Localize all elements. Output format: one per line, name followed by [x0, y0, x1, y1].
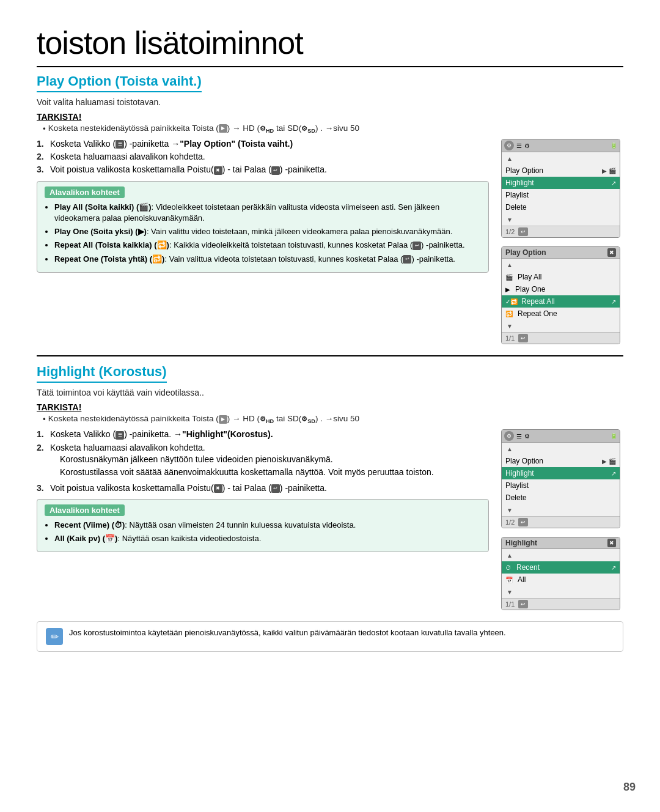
- widget4-up-arrow: ▲: [502, 549, 620, 561]
- s2-step3-item: 3. Voit poistua valikosta koskettamalla …: [37, 483, 489, 493]
- page-number: 89: [623, 781, 636, 794]
- widget3-row-highlight: Highlight ↗: [502, 467, 620, 479]
- highlight-widget1: ⚙ ☰ ⚙ 🔋 ▲ Play Option ▶ 🎬 Highlight ↗: [501, 429, 620, 528]
- widget2-header: Play Option ✖: [502, 247, 620, 259]
- section1-subtitle: Voit valita haluamasi toistotavan.: [37, 97, 623, 107]
- back-button2[interactable]: ↩: [518, 334, 528, 342]
- widget4-footer: 1/1 ↩: [502, 598, 620, 610]
- widget1-down-arrow: ▼: [502, 213, 620, 226]
- back-button3[interactable]: ↩: [518, 518, 528, 526]
- widget4-body: ▲ ⏱ Recent ↗ 📅 All ▼: [502, 549, 620, 598]
- widget3-down-arrow: ▼: [502, 504, 620, 516]
- widget3-row-playlist: Playlist: [502, 479, 620, 492]
- widget2-row-playall: 🎬 Play All: [502, 271, 620, 283]
- section2-widgets: ⚙ ☰ ⚙ 🔋 ▲ Play Option ▶ 🎬 Highlight ↗: [501, 429, 623, 610]
- widget2-down-arrow: ▼: [502, 320, 620, 332]
- s2-step2-item: 2. Kosketa haluamaasi alavalikon kohdett…: [37, 443, 489, 480]
- alavalikon-item: Repeat All (Toista kaikkia) (🔁): Kaikkia…: [54, 240, 481, 251]
- section2-note: • Kosketa nestekidenäytössä painikkeita …: [43, 414, 623, 424]
- section2-subtitle: Tätä toimintoa voi käyttää vain videotil…: [37, 388, 623, 397]
- note-text: Jos korostustoimintoa käytetään pienoisk…: [69, 628, 506, 637]
- alavalikon-item: Play One (Soita yksi) (▶): Vain valittu …: [54, 226, 481, 237]
- battery-icon: 🔋: [610, 142, 617, 149]
- widget3-header: ⚙ ☰ ⚙ 🔋: [502, 430, 620, 443]
- play-option-widget1: ⚙ ☰ ⚙ 🔋 ▲ Play Option ▶ 🎬 Highlight ↗: [501, 139, 620, 238]
- highlight-widget2: Highlight ✖ ▲ ⏱ Recent ↗ 📅 All ▼: [501, 537, 620, 610]
- widget2-up-arrow: ▲: [502, 259, 620, 271]
- widget3-row-playoption: Play Option ▶ 🎬: [502, 455, 620, 467]
- widget2-row-repeatone: 🔂 Repeat One: [502, 308, 620, 320]
- section2-tarkista: TARKISTA!: [37, 402, 623, 412]
- widget4-row-recent: ⏱ Recent ↗: [502, 561, 620, 574]
- close-button[interactable]: ✖: [607, 248, 616, 257]
- widget4-header: Highlight ✖: [502, 537, 620, 549]
- section1-widgets: ⚙ ☰ ⚙ 🔋 ▲ Play Option ▶ 🎬 Highlight ↗: [501, 139, 623, 344]
- page-title: toiston lisätoiminnot: [37, 24, 623, 67]
- widget2-row-playone: ▶ Play One: [502, 283, 620, 295]
- section1-tarkista: TARKISTA!: [37, 112, 623, 122]
- widget3-up-arrow: ▲: [502, 443, 620, 455]
- widget4-down-arrow: ▼: [502, 586, 620, 598]
- widget4-row-all: 📅 All: [502, 574, 620, 586]
- section1-title: Play Option (Toista vaiht.): [37, 73, 202, 92]
- section2-alavalikon-box: Alavalikon kohteet Recent (Viime) (⏱): N…: [37, 499, 489, 552]
- widget2-body: ▲ 🎬 Play All ▶ Play One ✓🔁 Repeat All ↗ …: [502, 259, 620, 332]
- header-settings-icon: ⚙: [524, 142, 530, 149]
- widget3-body: ▲ Play Option ▶ 🎬 Highlight ↗ Playlist D…: [502, 443, 620, 516]
- step1-item: 1. Kosketa Valikko (☰) -painiketta →"Pla…: [37, 139, 489, 149]
- gear-icon: ⚙: [504, 141, 514, 150]
- header-settings-icon2: ⚙: [524, 433, 530, 440]
- widget3-footer: 1/2 ↩: [502, 516, 620, 528]
- widget2-footer: 1/1 ↩: [502, 332, 620, 344]
- section1-text: 1. Kosketa Valikko (☰) -painiketta →"Pla…: [37, 139, 489, 276]
- widget1-row-delete: Delete: [502, 201, 620, 213]
- step3-item: 3. Voit poistua valikosta koskettamalla …: [37, 164, 489, 174]
- widget1-footer: 1/2 ↩: [502, 226, 620, 237]
- back-button[interactable]: ↩: [518, 227, 528, 236]
- step2-item: 2. Kosketa haluamaasi alavalikon kohdett…: [37, 152, 489, 161]
- section1-alavalikon-box: Alavalikon kohteet Play All (Soita kaikk…: [37, 181, 489, 273]
- s2-step1-item: 1. Kosketa Valikko (☰) -painiketta. →"Hi…: [37, 429, 489, 439]
- widget1-header: ⚙ ☰ ⚙ 🔋: [502, 139, 620, 152]
- section2-alavalikon-title: Alavalikon kohteet: [45, 504, 125, 516]
- header-menu-icon2: ☰: [516, 433, 522, 440]
- section2-text: 1. Kosketa Valikko (☰) -painiketta. →"Hi…: [37, 429, 489, 556]
- s2-sub2: Korostustilassa voit säätää äänenvoimakk…: [60, 467, 489, 477]
- widget3-row-delete: Delete: [502, 492, 620, 504]
- section1-layout: 1. Kosketa Valikko (☰) -painiketta →"Pla…: [37, 139, 623, 344]
- close-button4[interactable]: ✖: [607, 539, 616, 547]
- play-option-widget2: Play Option ✖ ▲ 🎬 Play All ▶ Play One ✓🔁…: [501, 246, 620, 344]
- back-button4[interactable]: ↩: [518, 600, 528, 608]
- note-box: ✏ Jos korostustoimintoa käytetään pienoi…: [37, 621, 623, 652]
- widget2-row-repeatall: ✓🔁 Repeat All ↗: [502, 295, 620, 308]
- header-menu-icon: ☰: [516, 142, 522, 149]
- section1-note: • Kosketa nestekidenäytössä painikkeita …: [43, 124, 623, 134]
- widget1-body: ▲ Play Option ▶ 🎬 Highlight ↗ Playlist D…: [502, 152, 620, 226]
- gear-icon2: ⚙: [504, 431, 514, 441]
- alavalikon-item: Repeat One (Toista yhtä) (🔂): Vain valit…: [54, 254, 481, 265]
- note-icon: ✏: [46, 628, 63, 645]
- widget1-row-playlist: Playlist: [502, 189, 620, 201]
- section2-title: Highlight (Korostus): [37, 364, 167, 383]
- s2-sub1: Korostusnäkymän jälkeen näyttöön tulee v…: [60, 454, 489, 464]
- widget1-row-highlight: Highlight ↗: [502, 177, 620, 189]
- widget1-up-arrow: ▲: [502, 152, 620, 164]
- widget1-row-playoption: Play Option ▶ 🎬: [502, 164, 620, 177]
- section1-alavalikon-title: Alavalikon kohteet: [45, 186, 125, 198]
- s2-alavalikon-item: All (Kaik pv) (📅): Näyttää osan kaikista…: [54, 533, 481, 544]
- alavalikon-item: Play All (Soita kaikki) (🎬): Videoleikke…: [54, 202, 481, 224]
- battery-icon2: 🔋: [610, 433, 617, 439]
- section2-layout: 1. Kosketa Valikko (☰) -painiketta. →"Hi…: [37, 429, 623, 610]
- section-divider: [37, 355, 623, 356]
- s2-alavalikon-item: Recent (Viime) (⏱): Näyttää osan viimeis…: [54, 520, 481, 531]
